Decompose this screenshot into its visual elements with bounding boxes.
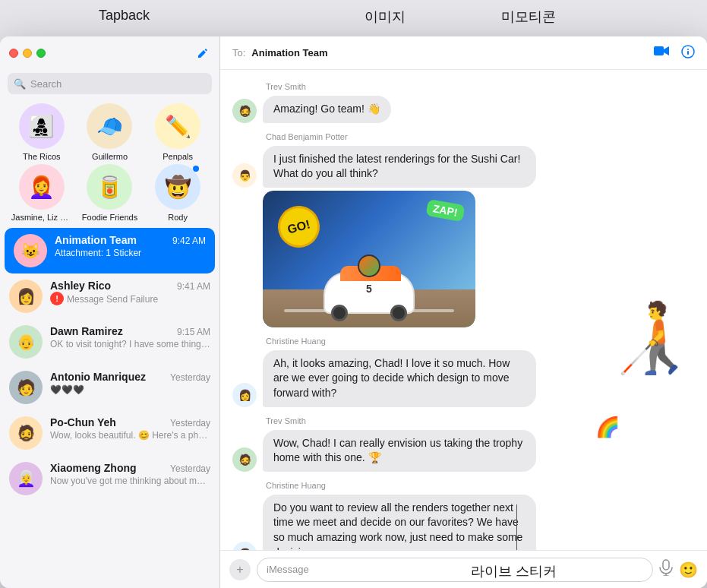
conv-content-pochun: Po-Chun Yeh Yesterday Wow, looks beautif… bbox=[50, 416, 210, 441]
error-indicator-ashley-rico: ! bbox=[50, 292, 64, 305]
pinned-contact-guillermo[interactable]: 🧢 Guillermo bbox=[79, 103, 140, 161]
conv-content-ashley-rico: Ashley Rico 9:41 AM ! Message Send Failu… bbox=[50, 280, 210, 305]
input-bar: + iMessage 🙂 bbox=[220, 550, 707, 588]
conv-item-pochun-yeh[interactable]: 🧔 Po-Chun Yeh Yesterday Wow, looks beaut… bbox=[0, 410, 219, 456]
pinned-contact-jasmine-liz[interactable]: 👩‍🦰 Jasmine, Liz &... bbox=[11, 164, 72, 222]
search-icon: 🔍 bbox=[14, 78, 26, 90]
conv-preview-animation-team: Attachment: 1 Sticker bbox=[55, 248, 206, 258]
conv-name-antonio: Antonio Manriquez bbox=[50, 371, 146, 383]
conv-time-xiaomeng: Yesterday bbox=[170, 463, 210, 474]
msg-sender-christine-2: Christine Huang bbox=[266, 481, 695, 490]
conv-name-dawn-ramirez: Dawn Ramirez bbox=[50, 325, 123, 337]
compose-button[interactable] bbox=[195, 46, 210, 61]
conv-avatar-dawn-ramirez: 👴 bbox=[9, 325, 43, 359]
conversation-list: 😺 Animation Team 9:42 AM Attachment: 1 S… bbox=[0, 228, 219, 588]
msg-sender-trev-2: Trev Smith bbox=[266, 416, 695, 425]
conv-item-dawn-ramirez[interactable]: 👴 Dawn Ramirez 9:15 AM OK to visit tonig… bbox=[0, 319, 219, 365]
avatar-penpals: ✏️ bbox=[155, 103, 200, 149]
conv-avatar-animation-team: 😺 bbox=[14, 234, 47, 267]
msg-sender-chad: Chad Benjamin Potter bbox=[266, 132, 695, 141]
messages-area[interactable]: Trev Smith 🧔 Amazing! Go team! 👋 Chad Be… bbox=[220, 70, 707, 550]
conv-preview-dawn-ramirez: OK to visit tonight? I have some things … bbox=[50, 339, 210, 349]
conv-time-dawn-ramirez: 9:15 AM bbox=[177, 327, 210, 337]
conv-content-animation-team: Animation Team 9:42 AM Attachment: 1 Sti… bbox=[55, 234, 206, 258]
memoticon-annotation: 미모티콘 bbox=[501, 8, 556, 26]
conv-item-ashley-rico[interactable]: 👩 Ashley Rico 9:41 AM ! Message Send Fai… bbox=[0, 273, 219, 319]
msg-group-chad: Chad Benjamin Potter 👨 I just finished t… bbox=[232, 132, 695, 327]
conv-time-ashley-rico: 9:41 AM bbox=[177, 281, 210, 292]
msg-avatar-trev-2: 🧔 bbox=[232, 447, 257, 472]
msg-bubble-chad-text: I just finished the latest renderings fo… bbox=[263, 146, 536, 188]
msg-group-christine-1: Christine Huang 👩 Ah, it looks amazing, … bbox=[232, 337, 695, 407]
avatar-foodie-friends: 🥫 bbox=[87, 164, 132, 210]
sushi-car-graphic: 5 GO! ZAP! bbox=[263, 191, 475, 327]
conv-item-antonio-manriquez[interactable]: 🧑 Antonio Manriquez Yesterday 🖤🖤🖤 bbox=[0, 365, 219, 410]
pinned-contact-penpals[interactable]: ✏️ Penpals bbox=[147, 103, 208, 161]
minimize-button[interactable] bbox=[23, 49, 32, 58]
go-sticker: GO! bbox=[273, 201, 324, 252]
pinned-contact-the-ricos[interactable]: 👩‍👧‍👦 The Ricos bbox=[11, 103, 72, 161]
msg-image-sushi-car: 5 GO! ZAP! ⬆ bbox=[263, 191, 475, 327]
conv-item-xiaomeng-zhong[interactable]: 👩‍🦳 Xiaomeng Zhong Yesterday Now you've … bbox=[0, 456, 219, 501]
chat-recipient: Animation Team bbox=[251, 47, 327, 58]
svg-point-2 bbox=[687, 49, 689, 50]
audio-record-button[interactable] bbox=[659, 559, 673, 580]
conv-avatar-antonio: 🧑 bbox=[9, 371, 43, 404]
msg-group-christine-2: Christine Huang 👩 Do you want to review … bbox=[232, 481, 695, 550]
conv-name-xiaomeng: Xiaomeng Zhong bbox=[50, 462, 137, 474]
conv-preview-pochun: Wow, looks beautiful. 😊 Here's a photo o… bbox=[50, 430, 210, 441]
pinned-name-jasmine-liz: Jasmine, Liz &... bbox=[11, 213, 72, 222]
msg-row-christine-1: 👩 Ah, it looks amazing, Chad! I love it … bbox=[232, 350, 695, 407]
conv-preview-xiaomeng: Now you've got me thinking about my next… bbox=[50, 476, 210, 486]
conv-item-animation-team[interactable]: 😺 Animation Team 9:42 AM Attachment: 1 S… bbox=[5, 228, 215, 273]
image-annotation: 이미지 bbox=[365, 8, 406, 26]
pinned-name-the-ricos: The Ricos bbox=[11, 152, 72, 161]
pinned-contact-foodie-friends[interactable]: 🥫 Foodie Friends bbox=[79, 164, 140, 222]
emoji-picker-button[interactable]: 🙂 bbox=[679, 561, 698, 579]
close-button[interactable] bbox=[9, 49, 18, 58]
pinned-name-penpals: Penpals bbox=[147, 152, 208, 161]
add-attachment-button[interactable]: + bbox=[229, 559, 251, 580]
chat-actions bbox=[654, 45, 695, 62]
msg-sender-trev-1: Trev Smith bbox=[266, 82, 695, 91]
msg-bubble-trev-1: Amazing! Go team! 👋 bbox=[263, 96, 391, 123]
msg-bubble-christine-1: Ah, it looks amazing, Chad! I love it so… bbox=[263, 350, 536, 407]
msg-avatar-chad: 👨 bbox=[232, 163, 257, 188]
message-input-placeholder: iMessage bbox=[267, 564, 309, 575]
conv-content-xiaomeng: Xiaomeng Zhong Yesterday Now you've got … bbox=[50, 462, 210, 486]
message-input[interactable]: iMessage bbox=[257, 558, 653, 582]
msg-group-trev-2: Trev Smith 🧔 Wow, Chad! I can really env… bbox=[232, 416, 695, 472]
chat-to-label: To: bbox=[232, 47, 245, 58]
conv-name-pochun: Po-Chun Yeh bbox=[50, 416, 116, 428]
pinned-name-guillermo: Guillermo bbox=[79, 152, 140, 161]
conv-content-antonio: Antonio Manriquez Yesterday 🖤🖤🖤 bbox=[50, 371, 210, 395]
pinned-name-foodie-friends: Foodie Friends bbox=[79, 213, 140, 222]
sidebar: 🔍 Search 👩‍👧‍👦 The Ricos 🧢 Guille bbox=[0, 36, 220, 588]
search-placeholder: Search bbox=[30, 78, 62, 90]
msg-group-trev-1: Trev Smith 🧔 Amazing! Go team! 👋 bbox=[232, 82, 695, 123]
conv-avatar-pochun: 🧔 bbox=[9, 416, 43, 450]
pinned-contact-rody[interactable]: 🤠 Rody bbox=[147, 164, 208, 222]
avatar-guillermo: 🧢 bbox=[87, 103, 132, 149]
msg-row-chad-image: 5 GO! ZAP! ⬆ bbox=[263, 191, 695, 327]
avatar-the-ricos: 👩‍👧‍👦 bbox=[19, 103, 65, 149]
conv-name-animation-team: Animation Team bbox=[55, 234, 137, 246]
msg-row-trev-1: 🧔 Amazing! Go team! 👋 bbox=[232, 96, 695, 123]
msg-avatar-trev-1: 🧔 bbox=[232, 99, 257, 123]
rody-unread-dot bbox=[193, 166, 199, 172]
video-call-button[interactable] bbox=[654, 45, 669, 62]
maximize-button[interactable] bbox=[36, 49, 46, 58]
msg-row-trev-2: 🧔 Wow, Chad! I can really envision us ta… bbox=[232, 430, 695, 472]
conv-avatar-ashley-rico: 👩 bbox=[9, 280, 43, 313]
conv-time-antonio: Yesterday bbox=[170, 372, 210, 383]
info-button[interactable] bbox=[681, 45, 695, 62]
traffic-lights bbox=[9, 49, 46, 58]
msg-bubble-trev-2: Wow, Chad! I can really envision us taki… bbox=[263, 430, 536, 472]
conv-time-pochun: Yesterday bbox=[170, 418, 210, 428]
conv-time-animation-team: 9:42 AM bbox=[172, 236, 206, 246]
search-bar[interactable]: 🔍 Search bbox=[8, 73, 212, 94]
tapback-annotation: Tapback bbox=[99, 8, 150, 24]
conv-preview-antonio: 🖤🖤🖤 bbox=[50, 384, 210, 395]
conv-avatar-xiaomeng: 👩‍🦳 bbox=[9, 462, 43, 495]
pinned-name-rody: Rody bbox=[147, 213, 208, 222]
